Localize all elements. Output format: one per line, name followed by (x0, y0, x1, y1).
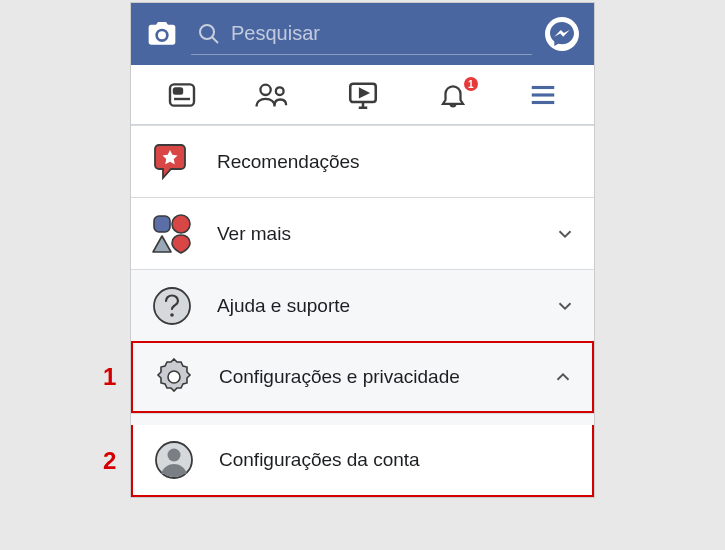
tab-watch[interactable] (317, 65, 407, 124)
camera-icon (146, 18, 178, 50)
svg-point-15 (172, 215, 190, 233)
menu-label: Ver mais (217, 223, 532, 245)
chevron-down-icon (554, 295, 576, 317)
chevron-down-icon (554, 223, 576, 245)
svg-rect-4 (174, 88, 182, 93)
search-input[interactable] (231, 22, 526, 45)
menu-label: Configurações da conta (219, 449, 574, 471)
annotation-2: 2 (103, 447, 116, 475)
notification-badge: 1 (462, 75, 480, 93)
account-icon (151, 437, 197, 483)
help-icon (149, 283, 195, 329)
tab-menu[interactable] (498, 65, 588, 124)
see-more-icon (149, 211, 195, 257)
svg-point-17 (170, 313, 174, 317)
menu-item-settings-privacy[interactable]: Configurações e privacidade (131, 341, 594, 413)
watch-icon (346, 78, 380, 112)
svg-point-7 (276, 87, 284, 95)
menu-label: Ajuda e suporte (217, 295, 532, 317)
menu-label: Recomendações (217, 151, 576, 173)
app-frame: 1 Recomendações (130, 2, 595, 498)
menu-item-help[interactable]: Ajuda e suporte (131, 269, 594, 341)
menu-label: Configurações e privacidade (219, 366, 530, 388)
camera-button[interactable] (143, 15, 181, 53)
tab-feed[interactable] (137, 65, 227, 124)
search-field[interactable] (191, 13, 532, 55)
svg-point-18 (168, 371, 180, 383)
svg-point-16 (154, 288, 190, 324)
annotation-1: 1 (103, 363, 116, 391)
tab-friends[interactable] (227, 65, 317, 124)
feed-icon (166, 79, 198, 111)
friends-icon (254, 79, 290, 111)
svg-point-20 (168, 449, 181, 462)
menu-item-account-settings[interactable]: Configurações da conta (131, 425, 594, 497)
gear-icon (151, 354, 197, 400)
search-icon (197, 22, 221, 46)
svg-point-0 (200, 25, 214, 39)
messenger-icon (544, 16, 580, 52)
hamburger-icon (528, 80, 558, 110)
svg-point-6 (261, 84, 271, 94)
top-bar (131, 3, 594, 65)
menu-list: Recomendações Ver mais (131, 125, 594, 497)
recommendations-icon (149, 139, 195, 185)
messenger-button[interactable] (542, 14, 582, 54)
tab-bar: 1 (131, 65, 594, 125)
menu-item-see-more[interactable]: Ver mais (131, 197, 594, 269)
svg-rect-14 (154, 216, 170, 232)
menu-item-recommendations[interactable]: Recomendações (131, 125, 594, 197)
svg-line-1 (212, 37, 218, 43)
tab-notifications[interactable]: 1 (408, 65, 498, 124)
chevron-up-icon (552, 366, 574, 388)
